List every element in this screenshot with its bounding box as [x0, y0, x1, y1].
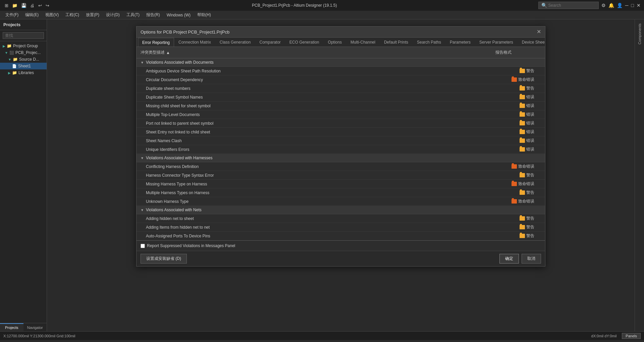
violation-badge[interactable]: 错误	[497, 120, 541, 126]
violation-badge[interactable]: 警告	[497, 190, 541, 195]
tab-eco-generation[interactable]: ECO Generation	[285, 38, 324, 47]
violation-row[interactable]: Unique Identifiers Errors 错误	[137, 145, 545, 154]
violation-name: Sheet Entry not linked to child sheet	[146, 130, 497, 134]
violation-badge[interactable]: 致命错误	[497, 198, 541, 204]
violation-row[interactable]: Missing Harness Type on Harness 致命错误	[137, 180, 545, 188]
violation-name: Unknown Harness Type	[146, 199, 497, 204]
tab-projects[interactable]: Projects	[0, 323, 23, 331]
menu-reports[interactable]: 报告(R)	[144, 11, 163, 18]
violation-row[interactable]: Multiple Harness Types on Harness 警告	[137, 188, 545, 197]
panels-btn[interactable]: Panels	[622, 333, 641, 339]
toolbar-print[interactable]: 🖨	[29, 2, 36, 9]
tab-multi-channel[interactable]: Multi-Channel	[346, 38, 380, 47]
tree-item-pcb-project[interactable]: ▼ ⬛ PCB_Projec...	[0, 49, 47, 56]
toolbar-new[interactable]: ⊞	[3, 2, 10, 9]
menu-file[interactable]: 文件(F)	[3, 11, 21, 18]
toolbar-save[interactable]: 💾	[20, 2, 28, 9]
violation-badge[interactable]: 警告	[497, 233, 541, 239]
close-btn[interactable]: ✕	[637, 3, 641, 8]
tree-item-source[interactable]: ▼ 📁 Source D...	[0, 56, 47, 63]
menu-tools[interactable]: 工具(T)	[124, 11, 142, 18]
toolbar-redo[interactable]: ↪	[44, 2, 51, 9]
violation-badge[interactable]: 警告	[497, 216, 541, 221]
violation-row[interactable]: Duplicate Sheet Symbol Names 错误	[137, 93, 545, 102]
tree-item-sheet1[interactable]: 📄 Sheet1	[0, 63, 47, 69]
section-nets[interactable]: ▼ Violations Associated with Nets	[137, 206, 545, 214]
maximize-btn[interactable]: □	[631, 3, 634, 8]
badge-label: 错误	[526, 129, 534, 135]
settings-icon[interactable]: ⚙	[601, 3, 606, 8]
violation-badge[interactable]: 警告	[497, 68, 541, 74]
violation-badge[interactable]: 错误	[497, 94, 541, 100]
tab-connection-matrix[interactable]: Connection Matrix	[174, 38, 215, 47]
menu-design[interactable]: 设计(D)	[103, 11, 122, 18]
violation-row[interactable]: Auto-Assigned Ports To Device Pins 警告	[137, 232, 545, 240]
titlebar-title: PCB_Project1.PrjPcb - Altium Designer (1…	[51, 3, 538, 8]
menu-windows[interactable]: Windows (W)	[164, 12, 193, 18]
menu-place[interactable]: 放置(P)	[83, 11, 102, 18]
col-type-header[interactable]: 冲突类型描述 ▲	[137, 48, 491, 57]
user-icon[interactable]: 👤	[617, 3, 623, 8]
violation-row[interactable]: Adding hidden net to sheet 警告	[137, 214, 545, 223]
violation-row[interactable]: Sheet Entry not linked to child sheet 错误	[137, 128, 545, 136]
tab-comparator[interactable]: Comparator	[255, 38, 285, 47]
violation-badge[interactable]: 致命错误	[497, 77, 541, 82]
tree-item-libraries[interactable]: ▶ 📁 Libraries	[0, 69, 47, 76]
tab-server-parameters[interactable]: Server Parameters	[475, 38, 518, 47]
violation-row[interactable]: Harness Connector Type Syntax Error 警告	[137, 171, 545, 180]
violation-badge[interactable]: 错误	[497, 103, 541, 109]
tab-class-generation[interactable]: Class Generation	[215, 38, 255, 47]
tree-item-project-group[interactable]: ▶ 📁 Project Group	[0, 43, 47, 49]
violation-row[interactable]: Adding Items from hidden net to net 警告	[137, 223, 545, 232]
violation-row[interactable]: Conflicting Harness Definition 致命错误	[137, 162, 545, 171]
violation-name: Missing Harness Type on Harness	[146, 182, 497, 186]
violation-badge[interactable]: 错误	[497, 147, 541, 152]
violation-badge[interactable]: 警告	[497, 224, 541, 230]
panel-search-input[interactable]	[3, 32, 44, 39]
section-harnesses[interactable]: ▼ Violations Associated with Harnesses	[137, 154, 545, 162]
tab-search-paths[interactable]: Search Paths	[413, 38, 445, 47]
violation-badge[interactable]: 错误	[497, 138, 541, 144]
components-panel-label[interactable]: Components	[638, 21, 642, 47]
violation-row[interactable]: Multiple Top-Level Documents 错误	[137, 110, 545, 119]
tab-navigator[interactable]: Navigator	[23, 323, 47, 331]
violation-row[interactable]: Duplicate sheet numbers 警告	[137, 84, 545, 93]
tab-options[interactable]: Options	[324, 38, 346, 47]
violation-badge[interactable]: 警告	[497, 172, 541, 178]
violation-badge[interactable]: 警告	[497, 86, 541, 91]
violation-row[interactable]: Circular Document Dependency 致命错误	[137, 75, 545, 84]
violation-badge[interactable]: 致命错误	[497, 181, 541, 187]
violation-row[interactable]: Unknown Harness Type 致命错误	[137, 197, 545, 206]
minimize-btn[interactable]: ─	[625, 3, 629, 8]
violation-badge[interactable]: 错误	[497, 112, 541, 117]
toolbar-undo[interactable]: ↩	[37, 2, 43, 9]
cancel-btn[interactable]: 取消	[522, 254, 541, 264]
tab-device-sheet[interactable]: Device Shee...	[518, 38, 545, 47]
violation-name: Duplicate sheet numbers	[146, 86, 497, 91]
violation-row[interactable]: Sheet Names Clash 错误	[137, 136, 545, 145]
menu-view[interactable]: 视图(V)	[43, 11, 61, 18]
menu-edit[interactable]: 编辑(E)	[22, 11, 41, 18]
search-input[interactable]	[548, 3, 595, 8]
violation-badge[interactable]: 错误	[497, 129, 541, 135]
section-documents[interactable]: ▼ Violations Associated with Documents	[137, 58, 545, 67]
violation-badge[interactable]: 致命错误	[497, 164, 541, 169]
violation-row[interactable]: Port not linked to parent sheet symbol 错…	[137, 119, 545, 128]
tab-default-prints[interactable]: Default Prints	[380, 38, 413, 47]
suppress-violations-checkbox[interactable]	[141, 244, 145, 248]
menu-project[interactable]: 工程(C)	[63, 11, 82, 18]
sort-icon: ▲	[166, 50, 170, 55]
violation-row[interactable]: Ambiguous Device Sheet Path Resolution 警…	[137, 67, 545, 75]
toolbar-open[interactable]: 📁	[11, 2, 19, 9]
violation-name: Duplicate Sheet Symbol Names	[146, 95, 497, 100]
search-box[interactable]: 🔍	[538, 2, 599, 9]
tab-parameters[interactable]: Parameters	[445, 38, 475, 47]
col-report-header[interactable]: 报告格式	[491, 48, 545, 57]
set-default-btn[interactable]: 设置成安装缺省 (D)	[141, 254, 187, 264]
ok-btn[interactable]: 确定	[499, 254, 519, 264]
dialog-close-btn[interactable]: ✕	[537, 29, 541, 35]
menu-help[interactable]: 帮助(H)	[195, 11, 214, 18]
tab-error-reporting[interactable]: Error Reporting	[138, 38, 174, 47]
violation-row[interactable]: Missing child sheet for sheet symbol 错误	[137, 102, 545, 110]
notification-icon[interactable]: 🔔	[608, 3, 614, 8]
